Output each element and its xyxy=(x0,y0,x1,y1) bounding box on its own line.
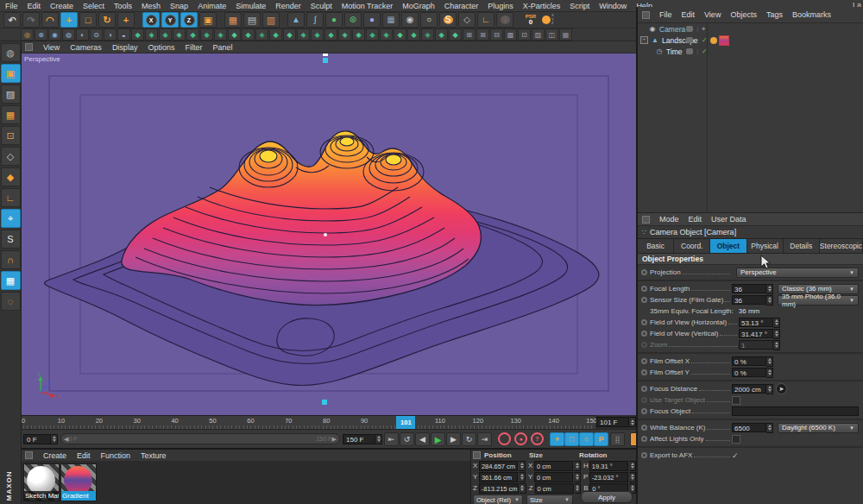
workplane-mode-icon[interactable]: ▦ xyxy=(1,105,21,124)
planar-workplane-icon[interactable]: ◌ xyxy=(1,292,21,311)
mograph-effector-icon-11[interactable]: ◆ xyxy=(269,28,282,41)
menu-item[interactable]: Tools xyxy=(114,2,132,10)
range-start-field[interactable]: 0 F xyxy=(23,433,58,444)
falloff-icon-7[interactable]: ◫ xyxy=(545,28,558,41)
viewport-menu-item[interactable]: Filter xyxy=(185,43,202,52)
panel-icon[interactable] xyxy=(473,451,481,459)
range-end-field[interactable]: 150 F xyxy=(343,433,382,444)
bean-deformer-icon[interactable]: ● xyxy=(363,12,381,28)
phong-tag-icon[interactable] xyxy=(710,37,717,44)
axis-workplane-icon[interactable]: ∟ xyxy=(477,12,494,28)
falloff-icon-6[interactable]: ▨ xyxy=(532,28,545,41)
xparticles-skinner-icon[interactable]: ◑ xyxy=(104,28,117,41)
sensor-size-preset-dropdown[interactable]: 35 mm Photo (36.0 mm)▼ xyxy=(778,295,859,306)
points-mode-icon[interactable]: ⊡ xyxy=(1,126,21,145)
current-frame-marker[interactable]: 101 xyxy=(396,416,415,429)
mograph-effector-icon-16[interactable]: ◈ xyxy=(338,28,351,41)
world-coordinates-icon[interactable]: XYZ xyxy=(542,13,559,27)
coordinate-system-icon[interactable]: ▣ xyxy=(199,12,217,28)
panel-icon[interactable] xyxy=(25,43,33,51)
object-manager-menu-item[interactable]: Tags xyxy=(766,10,783,19)
menu-item[interactable]: Create xyxy=(50,2,73,10)
affect-lights-checkbox[interactable] xyxy=(732,435,740,444)
timeline-ruler[interactable]: 0102030405060708090100110120130140150 10… xyxy=(22,415,595,429)
render-picture-viewer-icon[interactable]: ▤ xyxy=(243,12,261,28)
menu-item[interactable]: Motion Tracker xyxy=(342,2,394,10)
white-balance-field[interactable]: 6500 xyxy=(732,423,766,432)
white-balance-preset-dropdown[interactable]: Daylight (6500 K)▼ xyxy=(778,423,859,433)
xparticles-emitter-icon[interactable]: ⊕ xyxy=(35,28,47,41)
sensor-size-field[interactable]: 36 xyxy=(732,295,766,305)
film-offset-y-field[interactable]: 0 % xyxy=(732,368,766,377)
mograph-effector-icon-2[interactable]: ◈ xyxy=(145,28,158,41)
menu-item[interactable]: X-Particles xyxy=(523,2,561,10)
attribute-tab[interactable]: Basic xyxy=(638,239,674,253)
sky-object-icon[interactable]: S xyxy=(439,12,457,28)
attribute-menu-item[interactable]: Edit xyxy=(689,215,702,224)
render-view-icon[interactable]: ▦ xyxy=(224,12,242,28)
mograph-effector-icon-12[interactable]: ◆ xyxy=(283,28,296,41)
mograph-effector-icon-23[interactable]: ◆ xyxy=(435,28,448,41)
panel-icon[interactable] xyxy=(642,11,650,19)
mograph-effector-icon-10[interactable]: ◈ xyxy=(255,28,268,41)
enable-axis-icon[interactable]: ∟ xyxy=(1,188,21,207)
xparticles-group-icon[interactable]: ◉ xyxy=(48,28,61,41)
object-manager-menu-item[interactable]: Edit xyxy=(682,10,696,19)
mograph-effector-icon-22[interactable]: ◈ xyxy=(421,28,434,41)
viewport-menu-item[interactable]: View xyxy=(43,43,60,52)
position-y-field[interactable]: 361.66 cm xyxy=(479,472,518,482)
rotate-tool-icon[interactable]: ↻ xyxy=(98,12,116,28)
viewport-menu-item[interactable]: Options xyxy=(148,43,174,52)
size-x-field[interactable]: 0 cm xyxy=(534,461,573,471)
rotation-h-field[interactable]: 19.31 ° xyxy=(589,461,628,471)
size-mode-dropdown[interactable]: Size▼ xyxy=(526,495,573,504)
position-z-field[interactable]: -813.215 cm xyxy=(479,483,519,494)
menu-item[interactable]: Edit xyxy=(28,2,41,10)
falloff-icon-3[interactable]: ⊟ xyxy=(490,28,503,41)
attribute-tab[interactable]: Stereoscopic xyxy=(820,239,863,253)
z-axis-lock[interactable]: Z xyxy=(180,12,198,28)
mograph-effector-icon-15[interactable]: ◆ xyxy=(324,28,337,41)
previous-frame-button[interactable]: ◀ xyxy=(415,432,430,446)
focus-object-field[interactable] xyxy=(732,406,859,416)
object-row-camera[interactable]: ◉ Camera ⋮⌖ xyxy=(638,23,863,35)
falloff-icon-1[interactable]: ⊞ xyxy=(463,28,476,41)
menu-item[interactable]: Mesh xyxy=(142,2,161,10)
preview-range-slider[interactable]: ◀ 0 F 150 F ▶ xyxy=(60,433,340,444)
falloff-icon-8[interactable]: ▦ xyxy=(559,28,572,41)
position-x-field[interactable]: 284.657 cm xyxy=(479,461,518,471)
viewport-tweak-icon[interactable]: ⌖ xyxy=(1,209,21,228)
attribute-tab[interactable]: Details xyxy=(784,239,820,253)
light-object-icon[interactable]: ○ xyxy=(420,12,438,28)
viewport-menu-item[interactable]: Panel xyxy=(212,43,232,52)
environment-icon[interactable]: ◇ xyxy=(458,12,476,28)
attribute-menu-item[interactable]: Mode xyxy=(659,215,679,224)
record-keyframe-button[interactable] xyxy=(498,432,511,445)
menu-item[interactable]: Simulate xyxy=(236,2,266,10)
object-manager-menu-item[interactable]: View xyxy=(704,10,721,19)
size-z-field[interactable]: 0 cm xyxy=(535,483,574,494)
play-backwards-button[interactable]: ↺ xyxy=(400,432,414,446)
lock-workplane-icon[interactable]: ▦ xyxy=(1,271,21,290)
object-manager-menu-item[interactable]: Objects xyxy=(730,10,757,19)
material-menu-item[interactable]: Function xyxy=(101,451,131,460)
autokey-button[interactable]: ● xyxy=(514,432,527,445)
falloff-icon-2[interactable]: ⊠ xyxy=(476,28,489,41)
move-tool-icon[interactable]: + xyxy=(60,12,78,28)
key-scale-toggle[interactable]: □ xyxy=(564,432,579,446)
goto-start-button[interactable]: ⇤ xyxy=(384,432,399,446)
mograph-effector-icon-20[interactable]: ◆ xyxy=(394,28,406,41)
attribute-tab[interactable]: Physical xyxy=(747,239,784,253)
falloff-icon-5[interactable]: ⊡ xyxy=(518,28,531,41)
mograph-effector-icon-9[interactable]: ◆ xyxy=(242,28,255,41)
camera-object-icon[interactable]: ◉ xyxy=(401,12,419,28)
rotation-p-field[interactable]: -23.032 ° xyxy=(589,472,628,482)
mograph-effector-icon-14[interactable]: ◆ xyxy=(311,28,324,41)
y-axis-lock[interactable]: Y xyxy=(161,12,179,28)
gravity-icon[interactable]: ↓ xyxy=(496,12,513,28)
key-parameter-toggle[interactable]: P xyxy=(594,432,608,446)
xparticles-sprite-icon[interactable]: ⊙ xyxy=(90,28,103,41)
mograph-effector-icon-19[interactable]: ◈ xyxy=(380,28,393,41)
attribute-tab[interactable]: Coord. xyxy=(674,239,710,253)
material-menu-item[interactable]: Edit xyxy=(77,451,91,460)
